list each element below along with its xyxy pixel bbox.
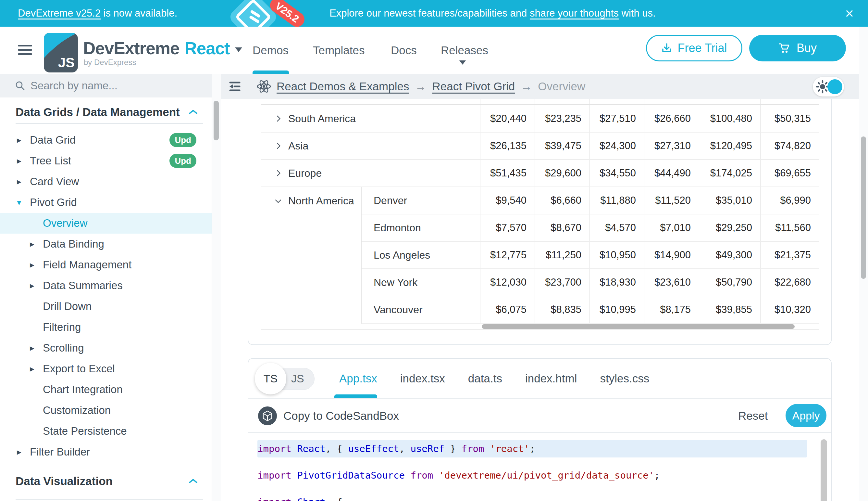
page-scrollbar — [859, 26, 868, 501]
pivot-value-cell: $26,660 — [644, 105, 699, 132]
code-scrollbar-thumb[interactable] — [821, 439, 827, 501]
tab-styles-css[interactable]: styles.css — [600, 372, 649, 385]
code-file-tabs: App.tsxindex.tsxdata.tsindex.htmlstyles.… — [339, 359, 649, 398]
pivot-clipped-cell — [699, 99, 760, 104]
language-ts-option[interactable]: TS — [255, 363, 286, 394]
pivot-value-cell: $4,570 — [590, 214, 644, 241]
pivot-city-label[interactable]: Denver — [362, 187, 480, 214]
page-scrollbar-thumb[interactable] — [861, 137, 866, 279]
devextreme-js-logo[interactable]: JS — [44, 33, 78, 73]
apply-button[interactable]: Apply — [785, 404, 826, 427]
pivot-row-expander-asia[interactable]: Asia — [261, 132, 480, 159]
sidebar-item-data-summaries[interactable]: ▸Data Summaries — [0, 275, 212, 296]
demo-sidebar: Data Grids / Data Management ▸Data GridU… — [0, 74, 212, 501]
copy-to-codesandbox-button[interactable]: Copy to CodeSandBox — [258, 399, 399, 433]
pivot-row-expander-south-america[interactable]: South America — [261, 105, 480, 132]
pivot-city-label[interactable]: Vancouver — [362, 296, 480, 323]
sidebar-item-data-grid[interactable]: ▸Data GridUpd — [0, 130, 212, 150]
pivot-scrollbar-thumb[interactable] — [482, 324, 795, 329]
language-toggle[interactable]: TS JS — [255, 363, 317, 394]
download-icon — [661, 43, 672, 54]
pivot-value-cell: $14,900 — [644, 242, 699, 268]
cart-icon — [778, 43, 791, 54]
divider — [15, 123, 203, 124]
tab-app-tsx[interactable]: App.tsx — [339, 372, 377, 385]
tab-index-tsx[interactable]: index.tsx — [400, 372, 445, 385]
sidebar-item-filtering[interactable]: Filtering — [0, 317, 212, 338]
breadcrumb-pivot-grid-link[interactable]: React Pivot Grid — [432, 80, 515, 93]
reset-button[interactable]: Reset — [738, 399, 768, 433]
breadcrumb-demos-link[interactable]: React Demos & Examples — [277, 80, 409, 93]
pivot-city-label[interactable]: Los Angeles — [362, 242, 480, 268]
chevron-down-icon — [274, 196, 283, 205]
sidebar-item-drill-down[interactable]: Drill Down — [0, 296, 212, 317]
nav-templates[interactable]: Templates — [313, 26, 365, 74]
code-token: ; — [529, 443, 535, 454]
page-body: Data Grids / Data Management ▸Data GridU… — [0, 74, 868, 501]
code-token — [484, 443, 490, 454]
sidebar-item-customization[interactable]: Customization — [0, 400, 212, 421]
pivot-value-cell: $12,030 — [480, 269, 535, 296]
sidebar-item-data-binding[interactable]: ▸Data Binding — [0, 234, 212, 254]
pivot-city-label[interactable]: New York — [362, 269, 480, 296]
version-link[interactable]: DevExtreme v25.2 — [18, 8, 101, 19]
sidebar-item-pivot-grid[interactable]: ▾Pivot Grid — [0, 192, 212, 213]
sidebar-item-list: ▸Data GridUpd▸Tree ListUpd▸Card View▾Piv… — [0, 130, 212, 462]
code-token: from — [462, 443, 484, 454]
theme-toggle-knob[interactable] — [827, 79, 842, 94]
chevron-right-icon: ▸ — [17, 156, 26, 166]
sidebar-item-overview[interactable]: Overview — [0, 213, 212, 234]
sidebar-item-scrolling[interactable]: ▸Scrolling — [0, 338, 212, 358]
pivot-value-cell: $10,950 — [590, 242, 644, 268]
share-thoughts-link[interactable]: share your thoughts — [530, 8, 619, 19]
chevron-up-icon — [188, 109, 198, 115]
sidebar-item-filter-builder[interactable]: ▸Filter Builder — [0, 441, 212, 462]
section-data-grids[interactable]: Data Grids / Data Management — [0, 102, 212, 122]
nav-demos[interactable]: Demos — [253, 26, 288, 74]
free-trial-button[interactable]: Free Trial — [646, 35, 743, 61]
framework-selector[interactable]: React — [184, 39, 230, 58]
pivot-clipped-row — [261, 99, 819, 105]
pivot-row-denver: Denver$9,540$6,660$11,880$11,520$35,010$… — [362, 187, 819, 214]
status-badge: Upd — [169, 133, 196, 147]
chevron-right-icon: ▸ — [30, 364, 39, 374]
nav-releases[interactable]: Releases — [441, 26, 488, 74]
react-icon[interactable] — [256, 79, 272, 96]
sidebar-item-state-persistence[interactable]: State Persistence — [0, 421, 212, 441]
collapse-sidebar-icon[interactable] — [227, 80, 242, 94]
sidebar-item-export-to-excel[interactable]: ▸Export to Excel — [0, 358, 212, 379]
code-editor[interactable]: import React, { useEffect, useRef } from… — [248, 433, 831, 501]
nav-docs[interactable]: Docs — [391, 26, 417, 74]
pivot-row-expander-europe[interactable]: Europe — [261, 160, 480, 186]
sidebar-scrollbar-thumb[interactable] — [213, 101, 219, 140]
buy-button[interactable]: Buy — [749, 35, 846, 61]
sidebar-item-tree-list[interactable]: ▸Tree ListUpd — [0, 150, 212, 171]
theme-toggle[interactable] — [813, 77, 844, 96]
pivot-clipped-cell — [590, 99, 644, 104]
pivot-value-cell: $11,520 — [644, 187, 699, 214]
sidebar-item-card-view[interactable]: ▸Card View — [0, 171, 212, 192]
pivot-value-cell: $100,480 — [699, 105, 760, 132]
close-icon[interactable]: × — [845, 6, 854, 21]
sidebar-item-chart-integration[interactable]: Chart Integration — [0, 379, 212, 400]
brand-wordmark[interactable]: DevExtremeReact — [83, 38, 242, 58]
pivot-clipped-cell — [760, 99, 819, 104]
chevron-down-icon — [235, 47, 242, 52]
search-input[interactable] — [31, 74, 199, 97]
tab-data-ts[interactable]: data.ts — [468, 372, 502, 385]
code-token: , { — [326, 497, 342, 501]
pivot-row-expander-north-america[interactable]: North America — [261, 187, 361, 214]
pivot-city-label[interactable]: Edmonton — [362, 214, 480, 241]
code-token: PivotGridDataSource — [297, 470, 405, 481]
language-js-option[interactable]: JS — [291, 363, 304, 394]
hamburger-menu-icon[interactable] — [18, 45, 32, 56]
app-header: JS DevExtremeReact by DevExpress Demos T… — [0, 26, 859, 74]
section-data-visualization[interactable]: Data Visualization — [0, 471, 212, 492]
search-row — [0, 74, 212, 97]
code-token: 'devextreme/ui/pivot_grid/data_source' — [439, 470, 654, 481]
chevron-right-icon — [274, 169, 283, 178]
sidebar-item-field-management[interactable]: ▸Field Management — [0, 254, 212, 275]
pivot-row-label: Asia — [288, 140, 308, 152]
pivot-horizontal-scrollbar — [480, 323, 819, 329]
tab-index-html[interactable]: index.html — [525, 372, 577, 385]
